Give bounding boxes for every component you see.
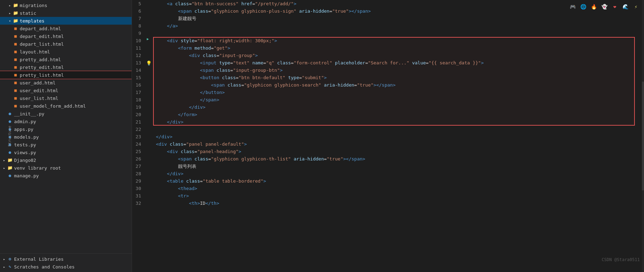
chevron-icon [7, 10, 13, 16]
sidebar-item-label: migrations [20, 3, 47, 8]
line-number: 10 [132, 37, 143, 44]
icon-globe[interactable]: 🌐 [579, 3, 587, 11]
line-numbers: 5 6 7 8 9 10 11 12 13 14 15 16 17 18 19 … [132, 0, 146, 272]
line-number: 14 [132, 67, 143, 74]
chevron-icon [1, 157, 7, 163]
sidebar-item-label: depart_edit.html [20, 34, 64, 39]
py-file-icon: ● [7, 134, 13, 140]
scratches-icon: ✎ [7, 264, 13, 270]
icon-ghost[interactable]: 👻 [600, 3, 608, 11]
icon-lightning[interactable]: ⚡ [632, 3, 640, 11]
code-line: <div class="panel-heading"> [156, 148, 642, 155]
html-file-icon: ■ [13, 49, 18, 55]
sidebar-item-django02[interactable]: 📁 Django02 [0, 156, 132, 164]
minimap-thumb[interactable] [642, 82, 644, 190]
line-number: 21 [132, 118, 143, 126]
code-line: </div> [156, 118, 642, 126]
sidebar-item-user-add[interactable]: ■ user_add.html [0, 79, 132, 87]
sidebar-item-label: tests.py [14, 142, 36, 147]
line-number: 6 [132, 7, 143, 15]
sidebar-item-user-list[interactable]: ■ user_list.html [0, 94, 132, 102]
line-number: 13 [132, 59, 143, 67]
code-line: </span> [156, 96, 642, 103]
editor-area: 5 6 7 8 9 10 11 12 13 14 15 16 17 18 19 … [132, 0, 644, 272]
sidebar-item-layout[interactable]: ■ layout.html [0, 48, 132, 56]
icon-fire[interactable]: 🔥 [590, 3, 598, 11]
code-line: <th>ID</th> [156, 200, 642, 207]
sidebar-item-label: depart_add.html [20, 26, 61, 31]
sidebar-item-manage[interactable]: ● manage.py [0, 172, 132, 179]
sidebar-item-depart-edit[interactable]: ■ depart_edit.html [0, 32, 132, 40]
line-number: 9 [132, 30, 143, 37]
py-file-icon: ● [7, 119, 13, 124]
icon-gamepad[interactable]: 🎮 [569, 3, 576, 11]
sidebar-item-pretty-list[interactable]: ■ pretty_list.html [0, 71, 132, 79]
gutter-arrow-10: ▶ [147, 37, 149, 41]
sidebar-item-init[interactable]: ● __init__.py [0, 110, 132, 118]
sidebar-item-static[interactable]: 📁 static [0, 9, 132, 17]
line-number: 7 [132, 15, 143, 22]
bulb-icon[interactable]: 💡 [146, 61, 152, 66]
code-line: <div class="input-group"> [156, 52, 642, 59]
html-file-icon: ■ [13, 88, 18, 93]
html-file-icon: ■ [13, 103, 18, 109]
sidebar-item-tests[interactable]: ● tests.py [0, 141, 132, 148]
sidebar-item-label: apps.py [14, 127, 33, 132]
sidebar-item-user-edit[interactable]: ■ user_edit.html [0, 87, 132, 94]
folder-icon: 📁 [7, 157, 13, 163]
chevron-icon [7, 2, 13, 8]
line-number: 18 [132, 96, 143, 103]
line-number: 26 [132, 155, 143, 163]
sidebar-item-user-model-form-add[interactable]: ■ user_model_form_add.html [0, 102, 132, 110]
file-tree: 📁 migrations 📁 static 📁 templates ■ depa… [0, 0, 132, 253]
code-line: <thead> [156, 185, 642, 192]
code-line: <div style="float: right;width: 300px;"> [156, 37, 642, 44]
sidebar-item-scratches[interactable]: ✎ Scratches and Consoles [0, 263, 132, 271]
sidebar-item-label: templates [20, 18, 44, 24]
code-line: 靓号列表 [156, 163, 642, 170]
code-line: <input type="text" name="q" class="form-… [156, 59, 642, 67]
line-number: 16 [132, 81, 143, 89]
chevron-icon [1, 264, 7, 270]
sidebar-item-external-libraries[interactable]: ⚙ External Libraries [0, 255, 132, 263]
chevron-icon [1, 256, 7, 262]
folder-icon: 📁 [7, 165, 13, 171]
sidebar-item-pretty-edit[interactable]: ■ pretty_edit.html [0, 63, 132, 71]
py-file-icon: ● [7, 111, 13, 116]
sidebar-item-label: depart_list.html [20, 42, 64, 47]
sidebar-item-apps[interactable]: ● apps.py [0, 125, 132, 133]
sidebar-item-admin[interactable]: ● admin.py [0, 118, 132, 125]
html-file-icon: ■ [13, 41, 18, 47]
icon-heart[interactable]: ❤️ [611, 3, 619, 11]
sidebar-item-models[interactable]: ● models.py [0, 133, 132, 141]
code-line: <span class="glyphicon glyphicon-search"… [156, 81, 642, 89]
icon-wave[interactable]: 🌊 [621, 3, 629, 11]
sidebar-item-label: views.py [14, 150, 36, 155]
code-line [156, 126, 642, 133]
code-line: </div> [156, 103, 642, 111]
chevron-icon [7, 18, 13, 24]
sidebar-item-venv[interactable]: 📁 venv library root [0, 164, 132, 172]
code-editor[interactable]: <a class="btn btn-success" href="/pretty… [153, 0, 642, 272]
html-file-icon: ■ [13, 33, 18, 39]
sidebar-item-migrations[interactable]: 📁 migrations [0, 1, 132, 9]
sidebar-item-label: user_list.html [20, 96, 58, 101]
sidebar-item-label: pretty_edit.html [20, 65, 64, 70]
code-line: <div class="panel panel-default"> [156, 140, 642, 148]
folder-icon: 📁 [13, 2, 18, 8]
code-line: <span class="input-group-btn"> [156, 67, 642, 74]
sidebar-item-views[interactable]: ● views.py [0, 148, 132, 156]
sidebar-item-depart-add[interactable]: ■ depart_add.html [0, 25, 132, 32]
sidebar-item-pretty-add[interactable]: ■ pretty_add.html [0, 56, 132, 63]
line-number: 30 [132, 185, 143, 192]
code-line: </form> [156, 111, 642, 118]
code-line: <tr> [156, 192, 642, 200]
line-number: 15 [132, 74, 143, 81]
minimap[interactable] [642, 0, 644, 272]
sidebar-item-templates[interactable]: 📁 templates [0, 17, 132, 25]
sidebar-item-label: static [20, 11, 36, 16]
code-line: </div> [156, 133, 642, 140]
sidebar-item-depart-list[interactable]: ■ depart_list.html [0, 40, 132, 48]
sidebar-item-label: user_model_form_add.html [20, 103, 86, 109]
py-file-icon: ● [7, 150, 13, 155]
